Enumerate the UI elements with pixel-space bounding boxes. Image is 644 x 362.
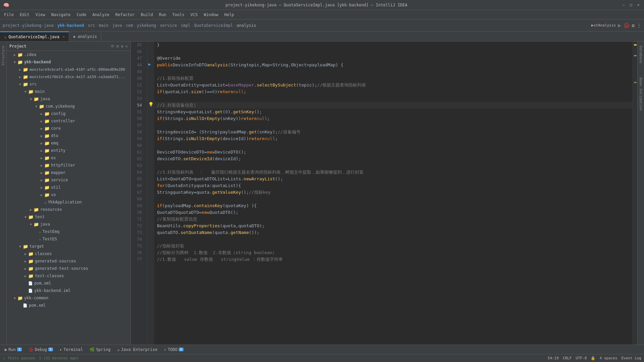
breadcrumb-impl[interactable]: impl [181,23,191,28]
tree-ykkapp[interactable]: ▶ ☕ YkkApplication [7,198,130,206]
breadcrumb-project[interactable]: project-yikekong-java [3,23,54,28]
breadcrumb-main[interactable]: main [99,23,109,28]
gear-icon[interactable]: ⚙ [121,44,123,49]
encoding[interactable]: UTF-8 [576,356,587,360]
tree-idea[interactable]: ▶ 📁 .idea [7,51,130,58]
minimize-button[interactable]: — [621,3,626,7]
iml-icon: 📄 [28,289,33,293]
event-log[interactable]: Event Log [621,356,641,360]
tests-status: Tests passed: 1 (31 minutes ago) [8,356,79,360]
cursor-position[interactable]: 54:19 [548,356,559,360]
bottom-tab-terminal[interactable]: ▸ Terminal [58,347,85,353]
menu-vcs[interactable]: VCS [188,11,201,18]
tree-test-es[interactable]: ▶ ☕ TestES [7,235,130,243]
breadcrumb-ykk-backend[interactable]: ykk-backend [57,23,84,28]
tree-test-emq[interactable]: ▶ ☕ TestEmq [7,228,130,235]
tree-service[interactable]: ▶ 📁 service [7,176,130,184]
tree-iml[interactable]: ▶ 📄 ykk-backend.iml [7,287,130,294]
bottom-tab-spring[interactable]: 🌿 Spring [88,347,112,353]
tree-com-yikekong[interactable]: ▼ 📁 com.yikekong [7,103,130,110]
breadcrumb-java[interactable]: java [112,23,122,28]
breadcrumb-analysis[interactable]: analysis [237,23,256,28]
indent-info[interactable]: 4 spaces [599,356,617,360]
tree-pom-xml[interactable]: ▶ 📄 pom.xml [7,280,130,287]
menu-refactor[interactable]: Refactor [113,11,138,18]
folder-icon: 📁 [44,133,50,138]
breadcrumb-service[interactable]: service [160,23,177,28]
breadcrumb-src[interactable]: src [88,23,95,28]
close-button[interactable]: ✕ [636,3,641,7]
tree-vo[interactable]: ▶ 📁 vo [7,191,130,198]
tree-test-java[interactable]: ▼ 📁 java [7,221,130,228]
run-gutter-icon[interactable]: ▶ [148,62,151,67]
tree-mapper[interactable]: ▶ 📁 mapper [7,169,130,176]
menubar: File Edit View Navigate Code Analyze Ref… [0,10,644,19]
menu-code[interactable]: Code [74,11,89,18]
line-num-67: 67 [131,189,145,196]
menu-tools[interactable]: Tools [170,11,187,18]
tree-monitor2[interactable]: ▶ 📁 monitore61f8b19-d3ce-4e17-a159-ca3da… [7,73,130,80]
sync-icon[interactable]: ⟳ [111,44,114,49]
close-sidebar-icon[interactable]: ✕ [125,44,128,49]
debug-button[interactable]: 🐞 [623,22,630,28]
breadcrumb-yikekong[interactable]: yikekong [137,23,156,28]
tab-label-analysis: analysis [77,34,97,39]
tree-label: .idea [24,52,36,57]
tree-core[interactable]: ▶ 📁 core [7,125,130,132]
line-num-54: 54 [131,102,145,109]
vtab-database[interactable]: Database [638,44,644,65]
tree-emq[interactable]: ▶ 📁 emq [7,139,130,147]
tree-gen-test-sources[interactable]: ▶ 📁 generated-test-sources [7,265,130,272]
menu-view[interactable]: View [33,11,48,18]
tree-dto[interactable]: ▶ 📁 dto [7,132,130,139]
vtab-bean-validation[interactable]: Bean Validation [638,76,644,112]
menu-analyze[interactable]: Analyze [90,11,112,18]
breadcrumb-com[interactable]: com [126,23,133,28]
tree-httpfilter[interactable]: ▶ 📁 httpfilter [7,162,130,169]
menu-build[interactable]: Build [138,11,156,18]
tree-config[interactable]: ▶ 📁 config [7,110,130,117]
menu-navigate[interactable]: Navigate [49,11,73,18]
tab-close-quota[interactable]: ✕ [63,35,65,39]
tree-util[interactable]: ▶ 📁 util [7,184,130,191]
menu-file[interactable]: File [1,11,16,18]
tree-java[interactable]: ▼ 📁 java [7,95,130,103]
tree-resources[interactable]: ▶ 📁 resources [7,206,130,213]
tree-entity[interactable]: ▶ 📁 entity [7,147,130,154]
maximize-button[interactable]: □ [629,3,633,7]
tree-es[interactable]: ▶ 📁 es [7,154,130,162]
bottom-tab-todo[interactable]: ✓ TODO 6 [162,347,185,353]
vtab-structure[interactable]: Structure [0,44,6,67]
code-editor[interactable]: 45 46 47 48 49 50 51 52 53 54 55 56 57 5… [131,42,644,345]
collapse-icon[interactable]: ⊟ [116,44,119,49]
tree-main[interactable]: ▼ 📁 main [7,88,130,95]
tree-gen-sources[interactable]: ▶ 📁 generated-sources [7,257,130,265]
more-actions-icon[interactable]: ⋮ [637,23,641,28]
tree-target[interactable]: ▼ 📁 target [7,243,130,250]
tree-controller[interactable]: ▶ 📁 controller [7,117,130,125]
tab-quota-service-impl[interactable]: ☕ QuotaServiceImpl.java ✕ [0,32,69,41]
bottom-tab-debug[interactable]: 🐞 Debug 5 [26,347,55,353]
tree-test[interactable]: ▼ 📁 test [7,213,130,221]
line-separator[interactable]: CRLF [563,356,572,360]
bottom-tab-java-enterprise[interactable]: ☕ Java Enterprise [115,347,160,353]
menu-edit[interactable]: Edit [17,11,32,18]
tree-classes[interactable]: ▶ 📁 classes [7,250,130,257]
run-button[interactable]: ▶ [618,22,621,28]
menu-window[interactable]: Window [201,11,221,18]
menu-run[interactable]: Run [156,11,169,18]
window-controls: — □ ✕ [621,3,641,7]
tree-monitor1[interactable]: ▶ 📁 monitore9cbcaf1-e1a9-418f-af5c-880de… [7,66,130,73]
tab-analysis[interactable]: ◈ analysis [69,32,101,41]
menu-help[interactable]: Help [222,11,237,18]
settings-icon[interactable]: ⚙ [632,23,635,28]
bottom-tab-run[interactable]: ▶ Run 1 [3,347,24,353]
tree-src[interactable]: ▼ 📁 src [7,80,130,88]
code-content[interactable]: } @Override public DeviceInfoDTO analysi… [154,42,633,345]
tree-ykk-backend[interactable]: ▼ 📁 ykk-backend [7,58,130,66]
tree-pom-common[interactable]: ▶ 📄 pom.xml [7,302,130,309]
tree-test-classes[interactable]: ▶ 📁 test-classes [7,272,130,280]
breadcrumb-quota-service-impl[interactable]: QuotaServiceImpl [194,23,233,28]
warn-gutter-icon[interactable]: 💡 [148,102,154,107]
tree-ykk-common[interactable]: ▼ 📁 ykk-common [7,294,130,302]
